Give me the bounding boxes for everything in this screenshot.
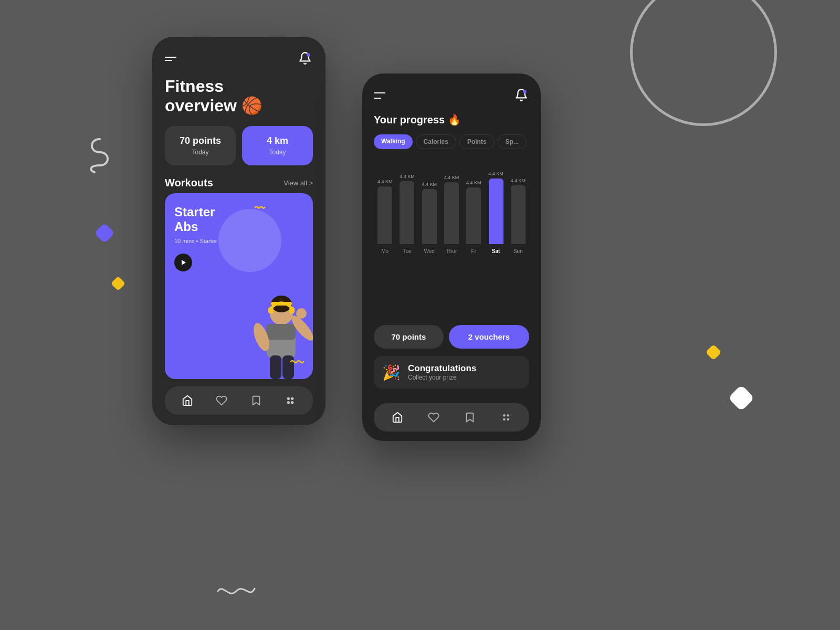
bar-sat-rect [489,178,503,244]
points-value: 70 points [180,135,221,146]
workouts-title: Workouts [165,177,213,189]
congrats-text: Congratulations Collect your prize [408,363,476,381]
points-card[interactable]: 70 points Today [165,126,236,165]
svg-point-22 [507,418,509,421]
phone-2: Your progress 🔥 Walking Calories Points … [362,74,541,441]
congrats-subtitle: Collect your prize [408,374,476,381]
bg-circle-large [630,0,777,126]
tab-calories[interactable]: Calories [416,134,456,149]
svg-rect-11 [271,302,292,306]
bar-mo: 4.4 KM Mo [377,179,393,254]
bar-sun: 4.4 KM Sun [511,178,526,254]
squiggle-left [84,136,116,178]
workout-title: Starter Abs [174,205,217,235]
congrats-title: Congratulations [408,363,476,374]
svg-rect-9 [268,307,274,313]
svg-point-16 [288,402,290,404]
tab-walking[interactable]: Walking [374,134,413,149]
phone2-header [374,88,529,103]
tab-points[interactable]: Points [459,134,495,149]
phone2-nav-home[interactable] [391,411,404,424]
page-title: Fitness overview 🏀 [165,77,313,116]
purple-diamond [94,223,115,244]
squiggle-bottom [215,581,257,598]
bar-thur: 4.4 KM Thur [444,175,459,254]
workout-squiggle-bottom [290,356,304,370]
svg-point-21 [503,418,506,421]
view-all-link[interactable]: View all > [284,179,313,187]
bar-mo-rect [377,186,392,244]
points-label: Today [192,149,208,156]
nav-heart[interactable] [215,394,228,407]
nav-home[interactable] [181,394,194,407]
yellow-diamond-left [111,276,125,291]
progress-title: Your progress 🔥 [374,113,529,126]
svg-point-18 [523,90,527,93]
workout-card[interactable]: Starter Abs 10 mins • Starter [165,193,313,379]
yellow-diamond-right [705,344,721,360]
congrats-row[interactable]: 🎉 Congratulations Collect your prize [374,356,529,388]
nav-bookmark[interactable] [249,394,263,407]
distance-card[interactable]: 4 km Today [242,126,313,165]
bar-thur-rect [444,182,459,244]
bar-sat: 4.4 KM Sat [488,171,503,254]
distance-label: Today [269,149,286,156]
bar-fri-rect [466,187,481,244]
reward-row: 70 points 2 vouchers [374,325,529,349]
workout-content: Starter Abs 10 mins • Starter [174,205,217,272]
svg-point-17 [291,402,293,404]
svg-rect-4 [267,324,296,340]
tab-bar: Walking Calories Points Sp... [374,134,529,149]
workout-play-button[interactable] [174,254,192,271]
svg-point-20 [507,414,509,417]
phone2-hamburger[interactable] [374,92,385,99]
stats-row: 70 points Today 4 km Today [165,126,313,165]
svg-point-19 [503,414,506,417]
svg-marker-13 [182,260,186,265]
phone1-bottom-nav [165,386,313,415]
points-badge[interactable]: 70 points [374,325,444,349]
bar-tue-rect [400,181,414,244]
bar-wed-rect [422,189,437,244]
svg-rect-10 [289,307,295,313]
svg-point-0 [307,53,310,57]
vouchers-button[interactable]: 2 vouchers [449,325,529,349]
workouts-header: Workouts View all > [165,177,313,189]
phone2-nav-bookmark[interactable] [463,411,477,424]
distance-value: 4 km [267,135,288,146]
phone2-nav-grid[interactable] [499,411,513,424]
svg-point-15 [291,398,293,400]
white-diamond-right [728,385,755,412]
notification-bell[interactable] [298,51,313,66]
workout-meta: 10 mins • Starter [174,238,217,244]
phone1-header [165,51,313,66]
bar-sun-rect [511,185,526,244]
bar-wed: 4.4 KM Wed [422,182,437,254]
workout-squiggle-top [254,203,266,214]
svg-point-12 [296,308,307,319]
svg-rect-7 [270,355,281,379]
workout-circle-deco [218,209,281,272]
phone-1: Fitness overview 🏀 70 points Today 4 km … [152,37,326,425]
bar-tue: 4.4 KM Tue [400,174,415,254]
nav-grid[interactable] [284,394,297,407]
phone2-bottom-nav [374,403,529,432]
svg-point-14 [288,398,290,400]
congrats-icon: 🎉 [382,364,401,381]
phone2-notification-bell[interactable] [514,88,529,103]
tab-speed[interactable]: Sp... [498,134,527,149]
chart-bars: 4.4 KM Mo 4.4 KM Tue 4.4 KM Wed [374,159,529,258]
chart-area: 4.4 KM Mo 4.4 KM Tue 4.4 KM Wed [374,159,529,317]
bar-fri: 4.4 KM Fr [466,180,481,254]
phone2-nav-heart[interactable] [427,411,440,424]
hamburger-menu[interactable] [165,57,176,61]
